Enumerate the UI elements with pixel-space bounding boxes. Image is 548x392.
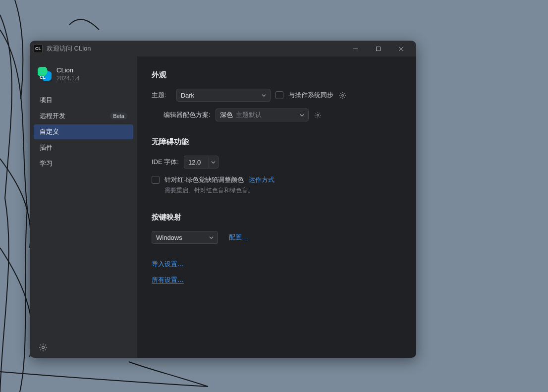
- sidebar-item-label: 自定义: [40, 127, 59, 136]
- colorblind-how-link[interactable]: 运作方式: [249, 175, 274, 184]
- scheme-suffix: 主题默认: [236, 111, 262, 119]
- sidebar-item-learn[interactable]: 学习: [34, 156, 133, 171]
- window-title: 欢迎访问 CLion: [47, 44, 91, 53]
- keymap-value: Windows: [156, 234, 182, 241]
- editor-scheme-combobox[interactable]: 深色 主题默认: [216, 109, 309, 121]
- keymap-heading: 按键映射: [152, 213, 402, 222]
- colorblind-hint: 需要重启。针对红色盲和绿色盲。: [164, 186, 402, 195]
- sidebar-item-label: 远程开发: [40, 112, 65, 120]
- svg-point-1: [42, 346, 45, 349]
- theme-combobox[interactable]: Dark: [176, 89, 271, 102]
- theme-label: 主题:: [152, 91, 166, 100]
- app-header: CLion 2024.1.4: [30, 63, 137, 91]
- keymap-combobox[interactable]: Windows: [152, 231, 218, 244]
- sidebar-item-label: 项目: [40, 96, 53, 105]
- scheme-label: 编辑器配色方案:: [164, 111, 211, 119]
- beta-badge: Beta: [110, 112, 127, 119]
- colorblind-label: 针对红-绿色觉缺陷调整颜色: [164, 175, 244, 184]
- import-settings-link[interactable]: 导入设置…: [152, 260, 184, 269]
- svg-point-2: [341, 94, 343, 96]
- chevron-down-icon: [209, 234, 214, 241]
- ide-font-stepper[interactable]: 12.0: [184, 156, 219, 168]
- settings-gear-icon[interactable]: [39, 343, 48, 352]
- chevron-down-icon: [262, 92, 266, 99]
- colorblind-checkbox[interactable]: [152, 176, 160, 184]
- sidebar: CLion 2024.1.4 项目 远程开发 Beta 自定义 插件: [30, 56, 138, 358]
- ide-font-value[interactable]: 12.0: [184, 156, 209, 168]
- sync-os-gear-icon[interactable]: [338, 91, 347, 100]
- maximize-button[interactable]: [367, 41, 389, 56]
- appearance-heading: 外观: [152, 70, 402, 80]
- sync-os-label: 与操作系统同步: [288, 91, 333, 100]
- sidebar-item-projects[interactable]: 项目: [34, 93, 133, 108]
- minimize-button[interactable]: [344, 41, 367, 56]
- sidebar-item-label: 插件: [40, 143, 53, 152]
- sidebar-item-label: 学习: [40, 159, 53, 168]
- scheme-gear-icon[interactable]: [314, 111, 322, 119]
- clion-logo-icon: [38, 67, 52, 81]
- svg-point-3: [317, 114, 319, 116]
- svg-rect-0: [376, 47, 380, 51]
- content-pane: 外观 主题: Dark 与操作系统同步 编辑器配色方案:: [138, 56, 416, 358]
- theme-value: Dark: [181, 92, 194, 99]
- all-settings-link[interactable]: 所有设置…: [152, 276, 184, 284]
- accessibility-heading: 无障碍功能: [152, 137, 402, 147]
- close-button[interactable]: [389, 41, 412, 56]
- sidebar-item-customize[interactable]: 自定义: [34, 124, 133, 139]
- app-version: 2024.1.4: [56, 75, 80, 82]
- titlebar: CL 欢迎访问 CLion: [30, 41, 416, 56]
- app-name: CLion: [56, 66, 80, 75]
- sync-os-checkbox[interactable]: [275, 91, 283, 99]
- ide-font-label: IDE 字体:: [152, 158, 179, 167]
- app-icon: CL: [34, 44, 43, 53]
- chevron-down-icon[interactable]: [209, 156, 219, 168]
- sidebar-item-plugins[interactable]: 插件: [34, 140, 133, 155]
- sidebar-item-remote[interactable]: 远程开发 Beta: [34, 109, 133, 123]
- sidebar-nav: 项目 远程开发 Beta 自定义 插件 学习: [30, 91, 137, 174]
- welcome-window: CL 欢迎访问 CLion CLion 2024.1.4 项目: [30, 41, 416, 358]
- scheme-prefix: 深色: [220, 111, 233, 119]
- keymap-configure-link[interactable]: 配置…: [229, 233, 248, 242]
- chevron-down-icon: [300, 112, 304, 119]
